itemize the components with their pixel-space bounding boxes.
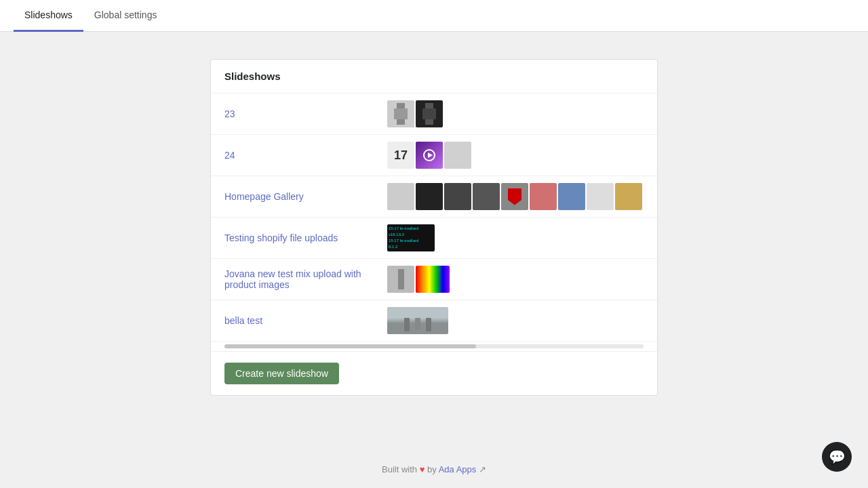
thumbnail-image xyxy=(387,183,414,210)
footer-ada-apps-link[interactable]: Ada Apps xyxy=(439,464,477,474)
thumbnail-image xyxy=(444,142,471,169)
svg-marker-5 xyxy=(428,152,433,158)
slideshow-link-24[interactable]: 24 xyxy=(224,150,387,161)
card-footer: Create new slideshow xyxy=(211,352,657,395)
slideshow-row: Jovana new test mix upload with product … xyxy=(211,259,657,300)
thumbnail-image xyxy=(416,142,443,169)
main-content: Slideshows 23 24 xyxy=(0,45,868,451)
thumbnail-image xyxy=(530,183,557,210)
scrollbar-container[interactable] xyxy=(211,342,657,352)
slideshow-row: Testing shopify file uploads 15:17 le-ma… xyxy=(211,218,657,259)
slideshow-row: 23 xyxy=(211,94,657,135)
slideshow-link-jovana-test[interactable]: Jovana new test mix upload with product … xyxy=(224,268,387,290)
thumbnails-jovana-test xyxy=(387,266,644,293)
card-header: Slideshows xyxy=(211,60,657,94)
thumbnails-24: 17 xyxy=(387,142,644,169)
slideshows-card: Slideshows 23 24 xyxy=(210,59,658,396)
tab-slideshows[interactable]: Slideshows xyxy=(14,0,83,32)
slideshow-link-bella-test[interactable]: bella test xyxy=(224,315,387,326)
footer-built-with: Built with xyxy=(382,464,417,474)
thumbnails-homepage-gallery: 15:17 le-maillard v16.13.2 15:17 le-mail… xyxy=(387,183,644,210)
thumbnail-image xyxy=(587,183,614,210)
card-title: Slideshows xyxy=(224,70,281,82)
footer-heart: ♥ xyxy=(420,464,425,474)
thumbnail-image xyxy=(416,100,443,127)
thumbnail-rainbow xyxy=(416,266,450,293)
chat-icon: 💬 xyxy=(829,449,846,465)
thumbnails-23 xyxy=(387,100,644,127)
slideshow-row: bella test xyxy=(211,300,657,342)
page-wrapper: Slideshows Global settings Slideshows 23 xyxy=(0,0,868,488)
slideshow-row: 24 17 xyxy=(211,135,657,176)
thumbnail-image xyxy=(416,183,443,210)
svg-rect-3 xyxy=(422,108,436,119)
thumbnails-testing-shopify: 15:17 le-maillard v16.13.2 15:17 le-mail… xyxy=(387,224,644,251)
thumbnail-image xyxy=(387,307,448,334)
thumbnail-image xyxy=(444,183,471,210)
footer-by: by xyxy=(427,464,437,474)
scrollbar-thumb xyxy=(224,344,476,348)
tab-global-settings[interactable]: Global settings xyxy=(83,0,168,32)
thumbnail-image xyxy=(501,183,528,210)
page-footer: Built with ♥ by Ada Apps ↗ xyxy=(0,451,868,488)
thumbnail-image xyxy=(387,100,414,127)
thumbnail-image xyxy=(387,266,414,293)
thumbnails-bella-test xyxy=(387,307,644,334)
tabs-bar: Slideshows Global settings xyxy=(0,0,868,32)
slideshow-row: Homepage Gallery 15:17 le-maillard xyxy=(211,176,657,218)
scrollbar-track xyxy=(224,344,644,348)
thumbnail-image: 17 xyxy=(387,142,414,169)
chat-bubble[interactable]: 💬 xyxy=(822,442,852,472)
thumbnail-image xyxy=(473,183,500,210)
svg-rect-1 xyxy=(394,108,408,119)
slideshow-link-testing-shopify[interactable]: Testing shopify file uploads xyxy=(224,232,387,243)
create-slideshow-button[interactable]: Create new slideshow xyxy=(224,363,339,384)
thumbnail-image xyxy=(558,183,585,210)
slideshow-link-homepage-gallery[interactable]: Homepage Gallery xyxy=(224,191,387,202)
thumbnail-image xyxy=(615,183,642,210)
svg-rect-6 xyxy=(398,269,404,289)
thumbnail-version-2: 15:17 le-maillard v16.13.2 15:17 le-mail… xyxy=(387,224,435,251)
footer-external-icon: ↗ xyxy=(479,464,486,474)
slideshow-link-23[interactable]: 23 xyxy=(224,108,387,119)
